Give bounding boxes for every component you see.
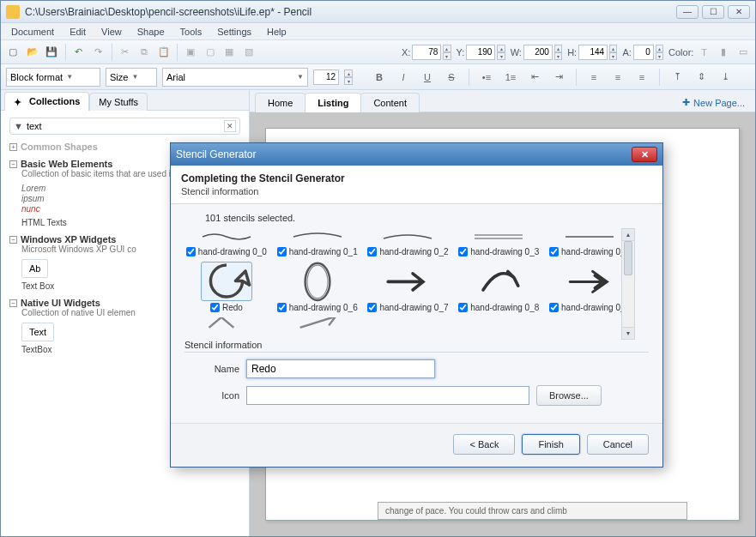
bold-icon[interactable]: B: [370, 68, 389, 87]
ungroup-icon[interactable]: ▧: [239, 43, 257, 62]
stencil-item[interactable]: hand-drawing 0_1: [275, 228, 360, 256]
titlebar[interactable]: C:\Users\Brainiac\Desktop\pencil-screens…: [1, 1, 755, 23]
stencil-item[interactable]: hand-drawing 0_6: [275, 262, 360, 312]
strike-icon[interactable]: S: [442, 68, 461, 87]
align-left-icon[interactable]: ≡: [584, 68, 603, 87]
save-icon[interactable]: 💾: [43, 43, 61, 62]
stencil-item-selected[interactable]: Redo: [184, 262, 269, 312]
font-size-spinner[interactable]: ▴▾: [344, 69, 353, 85]
finish-button[interactable]: Finish: [522, 434, 579, 455]
stroke-color-icon[interactable]: ▭: [734, 43, 752, 62]
menu-view[interactable]: View: [94, 25, 129, 39]
ul-icon[interactable]: •≡: [477, 68, 496, 87]
size-combo[interactable]: Size ▼: [106, 68, 157, 87]
align-right-icon[interactable]: ≡: [632, 68, 651, 87]
outdent-icon[interactable]: ⇤: [525, 68, 544, 87]
clear-search-icon[interactable]: ✕: [224, 120, 236, 132]
tab-listing[interactable]: Listing: [305, 93, 361, 112]
open-icon[interactable]: 📂: [24, 43, 42, 62]
name-input[interactable]: [246, 359, 435, 378]
new-doc-icon[interactable]: ▢: [4, 43, 22, 62]
dialog-close-button[interactable]: ✕: [632, 147, 657, 162]
back-button[interactable]: < Back: [453, 434, 515, 455]
a-input[interactable]: [633, 45, 654, 60]
send-back-icon[interactable]: ▢: [201, 43, 219, 62]
native-text-chip[interactable]: Text: [21, 323, 54, 341]
h-spinner[interactable]: ▴▾: [609, 45, 617, 60]
valign-bot-icon[interactable]: ⤓: [716, 68, 735, 87]
stencil-checkbox[interactable]: [210, 303, 220, 312]
indent-icon[interactable]: ⇥: [549, 68, 568, 87]
stencil-checkbox[interactable]: [458, 247, 468, 256]
stencil-item[interactable]: hand-drawing 0_2: [366, 228, 451, 256]
font-combo[interactable]: Arial ▼: [162, 68, 308, 87]
collapse-icon[interactable]: −: [9, 160, 17, 168]
h-input[interactable]: [578, 45, 608, 60]
collapse-icon[interactable]: −: [9, 236, 17, 244]
menu-edit[interactable]: Edit: [63, 25, 93, 39]
x-input[interactable]: [412, 45, 441, 60]
collapse-icon[interactable]: −: [9, 299, 17, 307]
y-spinner[interactable]: ▴▾: [497, 45, 505, 60]
minimize-button[interactable]: —: [676, 5, 699, 19]
stencil-checkbox[interactable]: [458, 303, 468, 312]
copy-icon[interactable]: ⧉: [136, 43, 154, 62]
align-center-icon[interactable]: ≡: [608, 68, 627, 87]
tab-mystuffs[interactable]: My Stuffs: [89, 93, 148, 111]
paste-icon[interactable]: 📋: [154, 43, 172, 62]
menu-help[interactable]: Help: [260, 25, 293, 39]
w-input[interactable]: [523, 45, 553, 60]
cancel-button[interactable]: Cancel: [587, 434, 649, 455]
menu-tools[interactable]: Tools: [173, 25, 209, 39]
menu-settings[interactable]: Settings: [210, 25, 258, 39]
browse-button[interactable]: Browse...: [536, 385, 602, 406]
filter-icon[interactable]: ▼: [14, 121, 23, 131]
icon-input[interactable]: [246, 386, 529, 405]
new-page-button[interactable]: ✚ New Page...: [677, 94, 750, 112]
stencil-checkbox[interactable]: [277, 247, 287, 256]
bring-front-icon[interactable]: ▣: [182, 43, 200, 62]
undo-icon[interactable]: ↶: [70, 43, 88, 62]
stencil-checkbox[interactable]: [277, 303, 287, 312]
stencil-checkbox[interactable]: [549, 247, 559, 256]
stencil-checkbox[interactable]: [186, 247, 196, 256]
menu-shape[interactable]: Shape: [130, 25, 172, 39]
y-input[interactable]: [466, 45, 495, 60]
tab-content[interactable]: Content: [360, 93, 420, 112]
stencil-item[interactable]: hand-drawing 0_9: [547, 262, 632, 312]
x-spinner[interactable]: ▴▾: [443, 45, 451, 60]
stencil-item[interactable]: hand-drawing 0_7: [366, 262, 451, 312]
tab-home[interactable]: Home: [255, 93, 305, 112]
font-size-input[interactable]: [313, 69, 339, 85]
redo-icon[interactable]: ↷: [89, 43, 107, 62]
stencil-item[interactable]: hand-drawing 0_8: [457, 262, 541, 312]
stencil-item[interactable]: hand-drawing 0_0: [184, 228, 269, 256]
fill-color-icon[interactable]: ▮: [715, 43, 733, 62]
stencil-item[interactable]: hand-drawing 0_4: [547, 228, 632, 256]
stencil-checkbox[interactable]: [549, 303, 559, 312]
scroll-up-icon[interactable]: ▴: [622, 229, 634, 241]
stencil-item[interactable]: hand-drawing 0_3: [457, 228, 541, 256]
expand-icon[interactable]: +: [9, 143, 17, 151]
valign-top-icon[interactable]: ⤒: [668, 68, 686, 87]
xp-textbox-chip[interactable]: Ab: [21, 259, 48, 278]
stencil-checkbox[interactable]: [367, 247, 377, 256]
maximize-button[interactable]: ☐: [702, 5, 724, 19]
menu-document[interactable]: Document: [4, 25, 61, 39]
ol-icon[interactable]: 1≡: [501, 68, 520, 87]
close-button[interactable]: ✕: [728, 5, 750, 19]
a-spinner[interactable]: ▴▾: [656, 45, 663, 60]
italic-icon[interactable]: I: [394, 68, 413, 87]
group-icon[interactable]: ▦: [221, 43, 239, 62]
block-format-combo[interactable]: Block format ▼: [6, 68, 100, 87]
valign-mid-icon[interactable]: ⇕: [692, 68, 711, 87]
search-input[interactable]: [27, 121, 221, 131]
cut-icon[interactable]: ✂: [116, 43, 134, 62]
scroll-thumb[interactable]: [624, 241, 632, 275]
dialog-titlebar[interactable]: Stencil Generator ✕: [171, 143, 662, 166]
text-color-icon[interactable]: T: [695, 43, 713, 62]
tab-collections[interactable]: ✦ Collections: [4, 92, 89, 111]
w-spinner[interactable]: ▴▾: [554, 45, 562, 60]
underline-icon[interactable]: U: [418, 68, 437, 87]
stencil-checkbox[interactable]: [367, 303, 377, 312]
